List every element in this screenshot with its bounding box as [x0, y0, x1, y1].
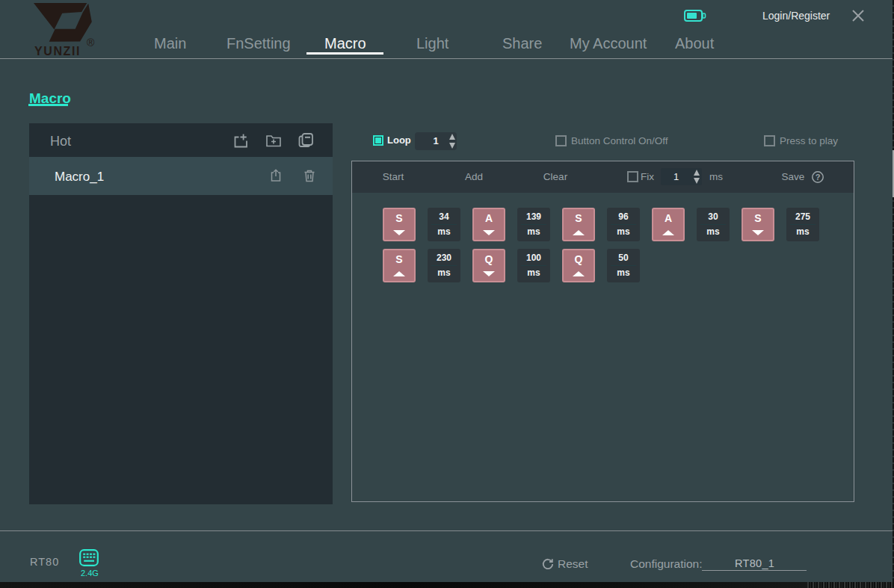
svg-text:?: ?: [816, 173, 821, 182]
svg-text:YUNZII: YUNZII: [34, 45, 81, 57]
